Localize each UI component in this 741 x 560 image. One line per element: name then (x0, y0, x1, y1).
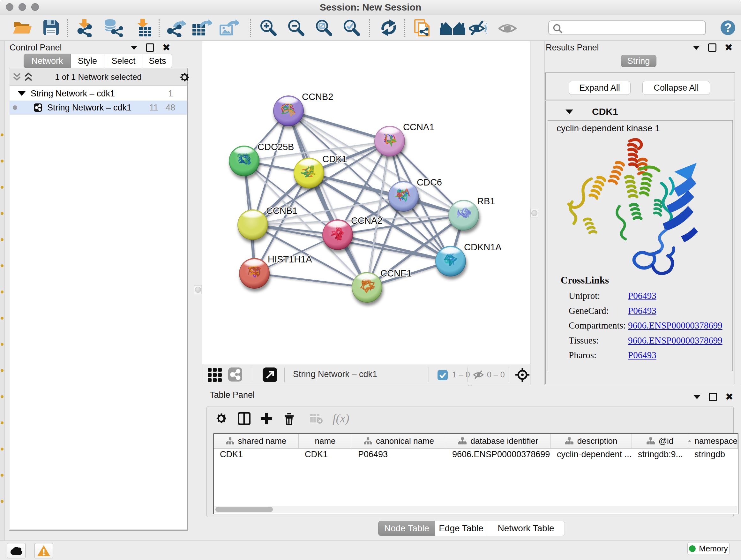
network-row-selected[interactable]: String Network – cdk1 11 48 (10, 101, 187, 115)
help-button[interactable]: ? (720, 15, 736, 41)
import-table-file-button[interactable] (133, 15, 152, 41)
search-input[interactable] (566, 22, 701, 35)
panel-float-icon[interactable] (709, 393, 717, 401)
panel-float-icon[interactable] (708, 44, 717, 52)
table-tabs: Node Table Edge Table Network Table (378, 521, 565, 536)
node-CDKN1A[interactable]: CDKN1A (435, 242, 502, 276)
app-window: Session: New Session (0, 0, 741, 560)
tab-node-table[interactable]: Node Table (378, 521, 435, 536)
birdseye-grid-icon[interactable] (207, 368, 223, 383)
column-header-name[interactable]: name (299, 434, 352, 449)
cloud-button[interactable] (7, 543, 25, 558)
crosslink-genecard[interactable]: P06493 (628, 306, 657, 316)
node-table[interactable]: shared namename canonical name database … (213, 433, 738, 514)
function-builder-button[interactable]: f(x) (332, 412, 354, 426)
node-RB1[interactable]: RB1 (448, 196, 495, 231)
column-header-canonical-name[interactable]: canonical name (352, 434, 446, 449)
panel-menu-icon[interactable] (131, 46, 138, 50)
import-network-database-button[interactable] (103, 15, 123, 41)
zoom-fit-button[interactable] (315, 15, 333, 41)
hide-selected-button[interactable] (469, 15, 487, 41)
expand-all-button[interactable]: Expand All (569, 81, 630, 95)
add-column-button[interactable] (260, 412, 273, 426)
tab-string[interactable]: String (621, 55, 657, 67)
network-options-gear-icon[interactable] (179, 71, 190, 83)
import-network-file-button[interactable] (76, 15, 94, 41)
export-view-icon[interactable] (263, 368, 277, 382)
zoom-selected-button[interactable] (343, 15, 360, 41)
crosslink-label: Tissues: (569, 335, 599, 346)
fit-selected-crosshair-icon[interactable] (515, 368, 530, 382)
gene-expand-icon[interactable] (565, 110, 573, 114)
table-settings-gear-button[interactable] (215, 412, 227, 426)
panel-menu-icon[interactable] (693, 395, 700, 399)
crosslink-pharos[interactable]: P06493 (628, 350, 657, 361)
import-network-database-icon (103, 19, 123, 37)
tab-style[interactable]: Style (71, 54, 105, 68)
grip-dot (1, 212, 3, 215)
grip-dot (1, 238, 3, 241)
column-header-database-identifier[interactable]: database identifier (446, 434, 551, 449)
left-splitter-handle[interactable] (194, 286, 202, 294)
collection-expand-icon[interactable] (18, 91, 25, 96)
node-label-CCNA1: CCNA1 (403, 122, 434, 132)
tab-network[interactable]: Network (23, 54, 71, 68)
column-header-@id[interactable]: @id (632, 434, 688, 449)
collapse-all-button[interactable]: Collapse All (643, 81, 710, 95)
column-header-namespace[interactable]: namespace (688, 434, 738, 449)
export-image-button[interactable] (219, 15, 239, 41)
export-image-icon (219, 19, 239, 37)
delete-column-button[interactable] (283, 412, 295, 426)
network-share-icon[interactable] (228, 368, 242, 381)
show-all-button[interactable] (498, 15, 517, 41)
split-columns-button[interactable] (238, 412, 251, 426)
grip-dot (1, 160, 3, 163)
apply-layout-button[interactable] (379, 15, 398, 41)
panel-close-icon[interactable]: ✖ (162, 44, 171, 51)
edge-HIST1H1A-CCNE1[interactable] (254, 273, 367, 287)
zoom-out-button[interactable] (287, 15, 305, 41)
node-CCNA1[interactable]: CCNA1 (374, 122, 434, 157)
node-label-CCNB1: CCNB1 (266, 206, 297, 216)
panel-menu-icon[interactable] (693, 46, 700, 50)
right-splitter-handle[interactable] (530, 209, 538, 217)
tab-select[interactable]: Select (105, 54, 143, 68)
crosslink-uniprot[interactable]: P06493 (628, 291, 657, 301)
search-box[interactable] (548, 20, 706, 35)
panel-float-icon[interactable] (146, 44, 154, 52)
clone-network-button[interactable] (413, 15, 431, 41)
export-table-icon (192, 19, 212, 37)
crosslink-tissues[interactable]: 9606.ENSP00000378699 (628, 335, 723, 346)
crosslink-compartments[interactable]: 9606.ENSP00000378699 (628, 320, 723, 331)
network-canvas[interactable]: CCNB2 CCNA1 CDC25B CDK1 CDC6 RB1 CCNB1 (202, 41, 530, 365)
first-neighbors-button[interactable] (439, 15, 466, 41)
node-HIST1H1A[interactable]: HIST1H1A (239, 254, 312, 289)
panel-close-icon[interactable]: ✖ (725, 44, 733, 51)
left-grip-strip (0, 41, 4, 541)
column-hierarchy-icon (226, 437, 234, 445)
warnings-button[interactable] (35, 543, 53, 558)
edge-CCNB2-CCNA1[interactable] (288, 111, 390, 141)
delete-column-icon (283, 412, 295, 425)
open-file-button[interactable] (13, 15, 32, 41)
export-network-button[interactable] (166, 15, 186, 41)
column-header-description[interactable]: description (551, 434, 632, 449)
hscrollbar-thumb[interactable] (215, 507, 273, 512)
export-table-button[interactable] (192, 15, 212, 41)
column-header-shared-name[interactable]: shared name (214, 434, 299, 449)
delete-table-button[interactable] (309, 412, 323, 426)
table-hscrollbar[interactable] (214, 506, 737, 513)
network-view[interactable]: CCNB2 CCNA1 CDC25B CDK1 CDC6 RB1 CCNB1 (202, 41, 530, 385)
tab-edge-table[interactable]: Edge Table (435, 521, 487, 536)
save-session-button[interactable] (43, 15, 60, 41)
export-network-icon (166, 19, 186, 37)
toolbar-separator (67, 19, 68, 37)
tab-sets[interactable]: Sets (143, 54, 172, 68)
tab-network-table[interactable]: Network Table (487, 521, 565, 536)
memory-button[interactable]: Memory (687, 542, 730, 555)
network-collection-row[interactable]: String Network – cdk1 1 (10, 86, 187, 101)
panel-close-icon[interactable]: ✖ (725, 394, 733, 400)
zoom-in-button[interactable] (259, 15, 277, 41)
node-label-CCNA2: CCNA2 (351, 215, 382, 226)
results-panel: Results Panel ✖ String Expand All Collap… (544, 41, 741, 385)
